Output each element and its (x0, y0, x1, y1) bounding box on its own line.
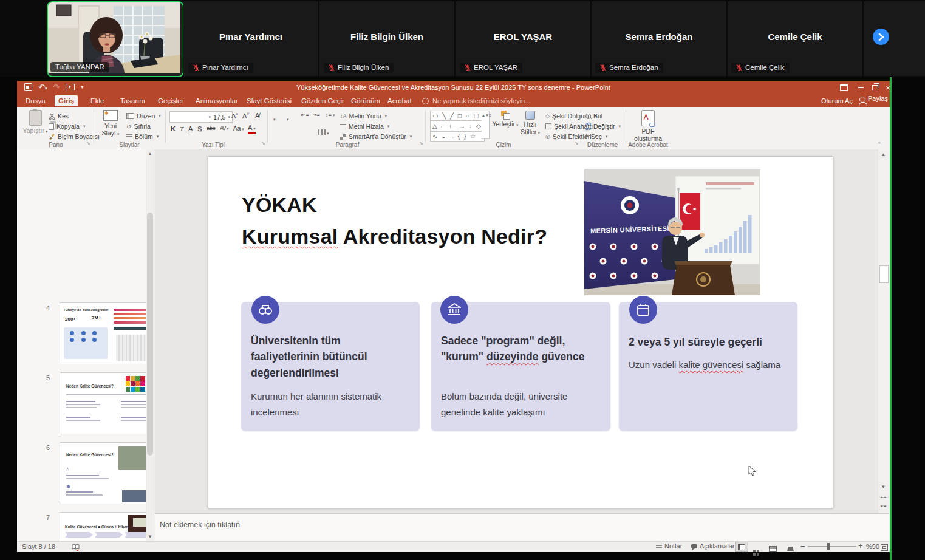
tab-gecisler[interactable]: Geçişler (154, 95, 187, 106)
reading-view-button[interactable] (769, 544, 777, 555)
slide-title-line2[interactable]: Kurumsal Akreditasyon Nedir? (242, 225, 547, 248)
font-color-button[interactable]: A (248, 125, 256, 134)
save-button[interactable] (24, 83, 32, 91)
change-case-button[interactable]: Aa (233, 125, 244, 132)
collapse-ribbon-button[interactable]: ⌃ (877, 142, 882, 148)
font-name-combobox[interactable]: ▾ (169, 111, 213, 123)
spell-check-status-button[interactable] (72, 542, 80, 553)
font-size-combobox[interactable]: 17,5▾ (211, 111, 233, 123)
italic-button[interactable]: T (180, 125, 183, 132)
comments-toggle-button[interactable]: Açıklamalar (691, 542, 734, 550)
format-painter-button[interactable]: Biçim Boyacısı (49, 132, 100, 142)
clear-formatting-button[interactable]: A̸ (255, 112, 259, 119)
ribbon-display-options-button[interactable] (836, 81, 852, 94)
tab-gozden-gecir[interactable]: Gözden Geçir (298, 95, 348, 106)
tell-me-box[interactable]: Ne yapmak istediğinizi söyleyin... (422, 97, 530, 104)
section-button[interactable]: Bölüm (126, 132, 159, 142)
bold-button[interactable]: K (171, 125, 176, 132)
thumbnail-scrollbar-thumb[interactable] (147, 213, 153, 456)
zoom-out-button[interactable]: − (800, 542, 805, 551)
paste-button[interactable]: Yapıştır (23, 110, 47, 135)
slideshow-view-button[interactable] (787, 543, 794, 554)
decrease-font-size-button[interactable]: A˅ (242, 112, 249, 120)
line-spacing-button[interactable]: ↕≡ (326, 112, 335, 118)
arrange-button[interactable]: Yerleştir (493, 111, 517, 128)
convert-to-smartart-button[interactable]: SmartArt'a Dönüştür (340, 132, 412, 142)
slide-photo-mersin[interactable]: MERSİN ÜNİVERSİTESİ (584, 169, 760, 295)
copy-button[interactable]: Kopyala (49, 121, 85, 131)
numbering-button[interactable] (285, 112, 289, 123)
mouse-cursor (748, 465, 757, 477)
customize-qat-button[interactable]: ▾ (81, 84, 83, 90)
tab-giris[interactable]: Giriş (55, 95, 78, 106)
close-button[interactable]: × (880, 81, 896, 94)
text-direction-button[interactable]: ↕A Metin Yönü (340, 111, 387, 121)
thumbnail-slide-4[interactable]: Türkiye'de Yükseköğretim 200+ 7M+ (60, 302, 155, 364)
increase-indent-button[interactable]: ⇥≡ (312, 112, 320, 118)
previous-slide-button[interactable]: ⏶⏶ (878, 493, 889, 501)
paragraf-dialog-launcher[interactable]: ↘ (418, 140, 424, 146)
layout-button[interactable]: Düzen (126, 111, 161, 121)
select-button[interactable]: Seç (585, 132, 608, 142)
shapes-row-2[interactable]: △ ⌐ ∟ → ↓ ◇ (430, 121, 485, 131)
pano-dialog-launcher[interactable]: ↘ (85, 140, 91, 146)
shapes-row-1[interactable]: ▭ ╲ ╱ □ ○ ▢ (430, 111, 485, 121)
shapes-row-3[interactable]: ∿ ⌣ ⌢ { } ☆ (430, 131, 485, 142)
thumbnail-scroll-down-button[interactable]: ▼ (146, 533, 154, 541)
thumbnail-slide-6[interactable]: Neden Kalite Güvencesi? ⌕ ✽ (60, 442, 155, 504)
undo-button[interactable]: ↶▾ (38, 83, 47, 92)
bullets-button[interactable] (272, 112, 276, 123)
sign-in-link[interactable]: Oturum Aç (821, 97, 853, 104)
share-button[interactable]: Paylaş (859, 96, 888, 103)
slide-sorter-view-button[interactable] (753, 544, 756, 555)
increase-font-size-button[interactable]: A˄ (231, 112, 238, 120)
start-slideshow-button[interactable] (66, 84, 75, 90)
tab-slayt-gosterisi[interactable]: Slayt Gösterisi (243, 95, 295, 106)
shapes-gallery[interactable]: ▭ ╲ ╱ □ ○ ▢ △ ⌐ ∟ → ↓ ◇ ∿ ⌣ ⌢ { } ☆ (430, 111, 485, 142)
notes-pane[interactable]: Not eklemek için tıklatın (155, 513, 889, 542)
zoom-slider-handle[interactable] (827, 543, 830, 550)
replace-button[interactable]: abac Değiştir (585, 121, 621, 131)
find-button[interactable]: Bul (585, 111, 602, 121)
next-participants-button[interactable] (873, 29, 889, 45)
notes-toggle-button[interactable]: Notlar (656, 542, 682, 550)
new-slide-button[interactable]: ✱ Yeni Slayt (97, 110, 124, 137)
tab-animasyonlar[interactable]: Animasyonlar (192, 95, 242, 106)
slide-title-line1[interactable]: YÖKAK (242, 193, 317, 217)
redo-button[interactable]: ↷ (53, 83, 60, 92)
yazi-tipi-dialog-launcher[interactable]: ↘ (260, 140, 266, 146)
thumbnail-slide-7[interactable]: Kalite Güvencesi = Güven + İtibar (60, 512, 155, 541)
text-shadow-button[interactable]: S (197, 125, 202, 132)
minimize-button[interactable] (853, 81, 869, 94)
tab-dosya[interactable]: Dosya (22, 95, 49, 106)
slide-scroll-up-button[interactable]: ▲ (878, 151, 889, 159)
next-slide-button[interactable]: ⏷⏷ (878, 502, 889, 510)
reset-button[interactable]: ↺ Sıfırla (126, 121, 151, 131)
quick-styles-button[interactable]: Hızlı Stiller (519, 111, 542, 136)
cizim-dialog-launcher[interactable]: ↘ (573, 140, 579, 146)
decrease-indent-button[interactable]: ⇤≡ (301, 112, 309, 118)
thumbnail-slide-5[interactable]: Neden Kalite Güvencesi? (60, 372, 155, 434)
zoom-slider-track[interactable] (808, 546, 856, 547)
zoom-level[interactable]: %90 (866, 543, 879, 550)
zoom-in-button[interactable]: + (858, 541, 863, 550)
columns-button[interactable] (318, 126, 329, 137)
tab-ekle[interactable]: Ekle (87, 95, 108, 106)
tab-gorunum[interactable]: Görünüm (347, 95, 384, 106)
character-spacing-button[interactable]: AV (220, 125, 228, 131)
strikethrough-button[interactable]: abc (207, 125, 216, 131)
cut-button[interactable]: Kes (49, 111, 69, 121)
fit-to-window-button[interactable] (881, 542, 888, 553)
tab-acrobat[interactable]: Acrobat (384, 95, 415, 106)
tab-tasarim[interactable]: Tasarım (117, 95, 149, 106)
slide-scroll-down-button[interactable]: ▼ (878, 483, 889, 491)
shapes-gallery-scroll[interactable]: ▲▼≡ (482, 111, 490, 139)
normal-view-button[interactable] (735, 542, 748, 552)
slide-scrollbar[interactable] (878, 149, 890, 513)
create-pdf-button[interactable]: ⋀ PDF oluşturma (630, 110, 666, 143)
align-text-button[interactable]: Metni Hizala (340, 121, 389, 131)
video-tile-tugba[interactable]: Tuğba YANPAR (47, 1, 184, 77)
underline-button[interactable]: A (188, 125, 193, 132)
slide-scrollbar-thumb[interactable] (879, 265, 889, 283)
thumbnail-scroll-up-button[interactable]: ▲ (146, 150, 154, 158)
